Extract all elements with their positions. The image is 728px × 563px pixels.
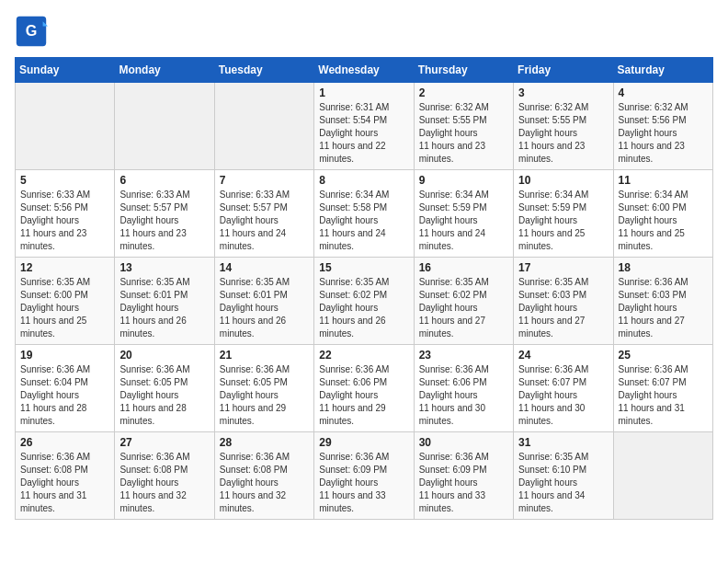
day-info: Sunrise: 6:36 AMSunset: 6:05 PMDaylight …: [119, 363, 209, 428]
day-number: 16: [419, 261, 508, 274]
calendar-week-row: 12Sunrise: 6:35 AMSunset: 6:00 PMDayligh…: [16, 258, 713, 345]
calendar-cell: 19Sunrise: 6:36 AMSunset: 6:04 PMDayligh…: [16, 345, 115, 432]
calendar-cell: [214, 83, 313, 170]
day-info: Sunrise: 6:34 AMSunset: 6:00 PMDaylight …: [619, 189, 708, 253]
day-info: Sunrise: 6:35 AMSunset: 6:01 PMDaylight …: [220, 276, 309, 340]
day-number: 24: [518, 349, 608, 362]
day-info: Sunrise: 6:33 AMSunset: 5:57 PMDaylight …: [119, 189, 209, 253]
calendar-week-row: 1Sunrise: 6:31 AMSunset: 5:54 PMDaylight…: [16, 83, 713, 170]
day-number: 21: [220, 349, 309, 362]
weekday-header-monday: Monday: [115, 58, 214, 83]
day-info: Sunrise: 6:33 AMSunset: 5:56 PMDaylight …: [20, 189, 109, 253]
day-info: Sunrise: 6:34 AMSunset: 5:58 PMDaylight …: [319, 189, 408, 253]
day-number: 11: [619, 174, 708, 187]
day-number: 2: [419, 86, 508, 99]
day-number: 26: [20, 436, 109, 449]
day-info: Sunrise: 6:36 AMSunset: 6:08 PMDaylight …: [20, 451, 109, 515]
day-info: Sunrise: 6:35 AMSunset: 6:01 PMDaylight …: [119, 276, 209, 340]
day-info: Sunrise: 6:32 AMSunset: 5:56 PMDaylight …: [619, 101, 708, 166]
calendar-cell: [613, 432, 712, 520]
calendar-cell: 9Sunrise: 6:34 AMSunset: 5:59 PMDaylight…: [414, 170, 513, 258]
day-number: 25: [619, 349, 708, 362]
calendar-cell: 14Sunrise: 6:35 AMSunset: 6:01 PMDayligh…: [214, 258, 313, 345]
calendar-cell: 8Sunrise: 6:34 AMSunset: 5:58 PMDaylight…: [314, 170, 414, 258]
calendar-week-row: 5Sunrise: 6:33 AMSunset: 5:56 PMDaylight…: [16, 170, 713, 258]
day-info: Sunrise: 6:36 AMSunset: 6:09 PMDaylight …: [419, 451, 508, 515]
calendar-week-row: 19Sunrise: 6:36 AMSunset: 6:04 PMDayligh…: [16, 345, 713, 432]
day-number: 8: [319, 174, 408, 187]
calendar-cell: [115, 83, 214, 170]
day-number: 31: [518, 436, 608, 449]
day-info: Sunrise: 6:33 AMSunset: 5:57 PMDaylight …: [220, 189, 309, 253]
day-number: 28: [220, 436, 309, 449]
calendar-cell: 30Sunrise: 6:36 AMSunset: 6:09 PMDayligh…: [414, 432, 513, 520]
calendar-cell: 27Sunrise: 6:36 AMSunset: 6:08 PMDayligh…: [115, 432, 214, 520]
calendar-table: SundayMondayTuesdayWednesdayThursdayFrid…: [15, 57, 713, 520]
calendar-cell: 1Sunrise: 6:31 AMSunset: 5:54 PMDaylight…: [314, 83, 414, 170]
calendar-cell: 2Sunrise: 6:32 AMSunset: 5:55 PMDaylight…: [414, 83, 513, 170]
day-info: Sunrise: 6:35 AMSunset: 6:02 PMDaylight …: [319, 276, 408, 340]
calendar-cell: 23Sunrise: 6:36 AMSunset: 6:06 PMDayligh…: [414, 345, 513, 432]
day-info: Sunrise: 6:36 AMSunset: 6:09 PMDaylight …: [319, 451, 408, 515]
day-number: 1: [319, 86, 408, 99]
calendar-cell: 25Sunrise: 6:36 AMSunset: 6:07 PMDayligh…: [613, 345, 712, 432]
day-info: Sunrise: 6:36 AMSunset: 6:06 PMDaylight …: [419, 363, 508, 428]
logo: G: [15, 15, 51, 48]
weekday-header-wednesday: Wednesday: [314, 58, 414, 83]
calendar-cell: 28Sunrise: 6:36 AMSunset: 6:08 PMDayligh…: [214, 432, 313, 520]
day-info: Sunrise: 6:36 AMSunset: 6:08 PMDaylight …: [220, 451, 309, 515]
calendar-cell: 29Sunrise: 6:36 AMSunset: 6:09 PMDayligh…: [314, 432, 414, 520]
day-number: 29: [319, 436, 408, 449]
calendar-cell: 18Sunrise: 6:36 AMSunset: 6:03 PMDayligh…: [613, 258, 712, 345]
page-header: G: [15, 15, 713, 48]
calendar-cell: 11Sunrise: 6:34 AMSunset: 6:00 PMDayligh…: [613, 170, 712, 258]
calendar-cell: 26Sunrise: 6:36 AMSunset: 6:08 PMDayligh…: [16, 432, 115, 520]
logo-icon: G: [15, 15, 48, 48]
day-info: Sunrise: 6:36 AMSunset: 6:07 PMDaylight …: [518, 363, 608, 428]
day-info: Sunrise: 6:36 AMSunset: 6:05 PMDaylight …: [220, 363, 309, 428]
day-info: Sunrise: 6:34 AMSunset: 5:59 PMDaylight …: [518, 189, 608, 253]
day-number: 12: [20, 261, 109, 274]
day-info: Sunrise: 6:35 AMSunset: 6:10 PMDaylight …: [518, 451, 608, 515]
day-number: 30: [419, 436, 508, 449]
calendar-cell: 15Sunrise: 6:35 AMSunset: 6:02 PMDayligh…: [314, 258, 414, 345]
day-info: Sunrise: 6:36 AMSunset: 6:06 PMDaylight …: [319, 363, 408, 428]
calendar-cell: 22Sunrise: 6:36 AMSunset: 6:06 PMDayligh…: [314, 345, 414, 432]
day-number: 15: [319, 261, 408, 274]
calendar-cell: 20Sunrise: 6:36 AMSunset: 6:05 PMDayligh…: [115, 345, 214, 432]
calendar-cell: 13Sunrise: 6:35 AMSunset: 6:01 PMDayligh…: [115, 258, 214, 345]
day-number: 18: [619, 261, 708, 274]
weekday-header-tuesday: Tuesday: [214, 58, 313, 83]
day-number: 4: [619, 86, 708, 99]
day-info: Sunrise: 6:35 AMSunset: 6:03 PMDaylight …: [518, 276, 608, 340]
calendar-cell: 24Sunrise: 6:36 AMSunset: 6:07 PMDayligh…: [514, 345, 613, 432]
day-number: 14: [220, 261, 309, 274]
day-number: 13: [119, 261, 209, 274]
day-number: 10: [518, 174, 608, 187]
day-number: 3: [518, 86, 608, 99]
calendar-cell: 17Sunrise: 6:35 AMSunset: 6:03 PMDayligh…: [514, 258, 613, 345]
calendar-cell: 5Sunrise: 6:33 AMSunset: 5:56 PMDaylight…: [16, 170, 115, 258]
calendar-cell: 3Sunrise: 6:32 AMSunset: 5:55 PMDaylight…: [514, 83, 613, 170]
day-info: Sunrise: 6:36 AMSunset: 6:04 PMDaylight …: [20, 363, 109, 428]
day-info: Sunrise: 6:36 AMSunset: 6:08 PMDaylight …: [119, 451, 209, 515]
calendar-week-row: 26Sunrise: 6:36 AMSunset: 6:08 PMDayligh…: [16, 432, 713, 520]
day-number: 19: [20, 349, 109, 362]
weekday-header-thursday: Thursday: [414, 58, 513, 83]
day-number: 5: [20, 174, 109, 187]
calendar-cell: 12Sunrise: 6:35 AMSunset: 6:00 PMDayligh…: [16, 258, 115, 345]
calendar-cell: 16Sunrise: 6:35 AMSunset: 6:02 PMDayligh…: [414, 258, 513, 345]
calendar-header-row: SundayMondayTuesdayWednesdayThursdayFrid…: [16, 58, 713, 83]
day-info: Sunrise: 6:34 AMSunset: 5:59 PMDaylight …: [419, 189, 508, 253]
day-number: 23: [419, 349, 508, 362]
day-info: Sunrise: 6:36 AMSunset: 6:03 PMDaylight …: [619, 276, 708, 340]
day-number: 22: [319, 349, 408, 362]
day-number: 17: [518, 261, 608, 274]
calendar-cell: [16, 83, 115, 170]
day-number: 7: [220, 174, 309, 187]
day-number: 6: [119, 174, 209, 187]
calendar-cell: 4Sunrise: 6:32 AMSunset: 5:56 PMDaylight…: [613, 83, 712, 170]
svg-text:G: G: [26, 22, 38, 39]
day-info: Sunrise: 6:35 AMSunset: 6:00 PMDaylight …: [20, 276, 109, 340]
day-info: Sunrise: 6:31 AMSunset: 5:54 PMDaylight …: [319, 101, 408, 166]
